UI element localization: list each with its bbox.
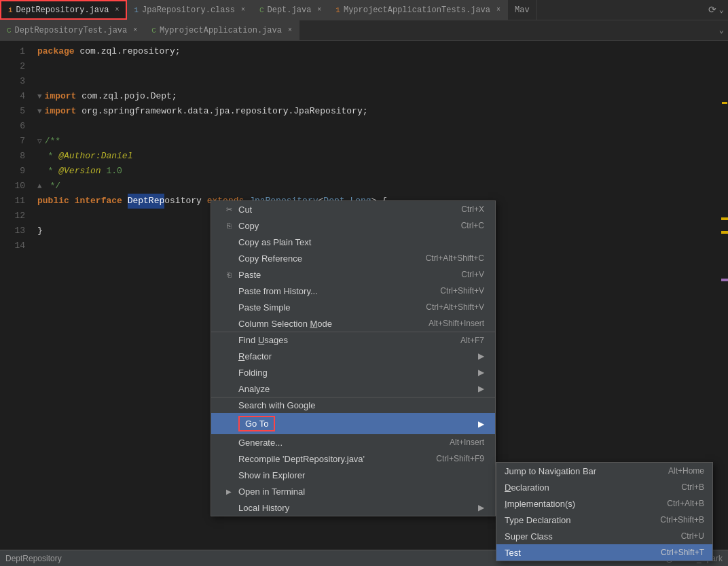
copy-plain-label: Copy as Plain Text xyxy=(238,237,464,247)
type-decl-shortcut: Ctrl+Shift+B xyxy=(660,515,704,525)
tab-dept[interactable]: C Dept.java × xyxy=(253,0,329,20)
menu-item-recompile[interactable]: Recompile 'DeptRepository.java' Ctrl+Shi… xyxy=(211,450,495,467)
submenu-super-class[interactable]: Super Class Ctrl+U xyxy=(496,528,712,544)
copy-shortcut: Ctrl+C xyxy=(461,221,484,230)
submenu-type-decl[interactable]: Type Declaration Ctrl+Shift+B xyxy=(496,512,712,528)
fold-line4[interactable]: ▼ xyxy=(37,89,42,104)
folding-label: Folding xyxy=(238,368,359,378)
refactor-label: Refactor xyxy=(238,351,359,361)
test-shortcut: Ctrl+Shift+T xyxy=(661,548,704,557)
tab-close-tests[interactable]: × xyxy=(496,6,500,14)
tab-bar-row2: C DeptRepositoryTest.java × C MyprojectA… xyxy=(0,20,728,41)
menu-item-folding[interactable]: Folding ▶ xyxy=(211,364,495,381)
tab-bar-row1: i DeptRepository.java × 1 JpaRepository.… xyxy=(0,0,728,20)
goto-label: Go To xyxy=(238,416,359,431)
menu-item-local-history[interactable]: Local History ▶ xyxy=(211,499,495,516)
refactor-arrow: ▶ xyxy=(478,351,484,361)
tab-label-dept-repository: DeptRepository.java xyxy=(16,5,109,15)
tab-dept-repo-test[interactable]: C DeptRepositoryTest.java × xyxy=(0,20,145,40)
fold-line10[interactable]: ▲ xyxy=(37,179,42,194)
expand-icon[interactable]: ⌄ xyxy=(719,5,724,15)
generate-shortcut: Alt+Insert xyxy=(450,438,484,447)
submenu-test[interactable]: Test Ctrl+Shift+T xyxy=(496,544,712,561)
menu-item-generate[interactable]: Generate... Alt+Insert xyxy=(211,434,495,450)
analyze-label: Analyze xyxy=(238,384,359,394)
tab-close-myproject-app[interactable]: × xyxy=(288,26,292,34)
menu-item-analyze[interactable]: Analyze ▶ xyxy=(211,381,495,397)
tab-close-jpa[interactable]: × xyxy=(241,6,245,14)
menu-item-copy-plain[interactable]: Copy as Plain Text xyxy=(211,234,495,250)
row2-expand-icon[interactable]: ⌄ xyxy=(719,25,724,35)
super-class-label: Super Class xyxy=(505,531,681,542)
declaration-label: Declaration xyxy=(505,482,681,493)
tab-icon-jpa: 1 xyxy=(134,6,139,14)
goto-arrow: ▶ xyxy=(478,419,484,429)
tab-label-myproject-app: MyprojectApplication.java xyxy=(160,26,282,35)
marker-3 xyxy=(721,279,728,281)
open-terminal-icon: ▶ xyxy=(222,488,236,495)
tab-label-jpa: JpaRepository.class xyxy=(142,5,235,15)
tab-close-dept-repo[interactable]: × xyxy=(115,6,119,14)
recompile-shortcut: Ctrl+Shift+F9 xyxy=(436,454,484,463)
copy-ref-shortcut: Ctrl+Alt+Shift+C xyxy=(426,253,484,263)
menu-item-show-explorer[interactable]: Show in Explorer xyxy=(211,467,495,483)
submenu-jump-nav[interactable]: Jump to Navigation Bar Alt+Home xyxy=(496,463,712,479)
test-label: Test xyxy=(505,548,661,558)
paste-history-label: Paste from History... xyxy=(238,286,420,296)
tab-myproject-app[interactable]: C MyprojectApplication.java × xyxy=(145,20,299,40)
tab-close-dept[interactable]: × xyxy=(317,6,321,14)
jump-nav-shortcut: Alt+Home xyxy=(668,466,704,476)
paste-icon: ⎗ xyxy=(222,270,236,279)
copy-label: Copy xyxy=(238,221,441,231)
editor-refresh-icon[interactable]: ⟳ xyxy=(708,4,716,16)
menu-item-paste-history[interactable]: Paste from History... Ctrl+Shift+V xyxy=(211,283,495,299)
goto-submenu: Jump to Navigation Bar Alt+Home Declarat… xyxy=(496,462,713,561)
cut-label: Cut xyxy=(238,205,441,215)
fold-line5[interactable]: ▼ xyxy=(37,104,42,119)
tab-mav[interactable]: Mav xyxy=(508,0,537,20)
menu-item-paste-simple[interactable]: Paste Simple Ctrl+Alt+Shift+V xyxy=(211,299,495,315)
menu-item-paste[interactable]: ⎗ Paste Ctrl+V xyxy=(211,266,495,283)
menu-item-search-google[interactable]: Search with Google xyxy=(211,397,495,413)
type-decl-label: Type Declaration xyxy=(505,515,660,525)
tab-icon-repo-test: C xyxy=(7,26,12,35)
status-filename: DeptRepository xyxy=(5,554,62,563)
tab-label-mav: Mav xyxy=(515,5,530,15)
code-line-4: ▼ import com.zql.pojo.Dept; xyxy=(37,89,728,104)
marker-1 xyxy=(721,217,728,220)
code-line-8: * @Author:Daniel xyxy=(37,149,728,164)
submenu-declaration[interactable]: Declaration Ctrl+B xyxy=(496,479,712,495)
submenu-implementations[interactable]: Implementation(s) Ctrl+Alt+B xyxy=(496,495,712,512)
menu-item-col-selection[interactable]: Column Selection Mode Alt+Shift+Insert xyxy=(211,315,495,332)
tab-close-repo-test[interactable]: × xyxy=(133,26,137,34)
menu-item-find-usages[interactable]: Find Usages Alt+F7 xyxy=(211,332,495,348)
paste-simple-shortcut: Ctrl+Alt+Shift+V xyxy=(426,302,484,312)
menu-item-goto[interactable]: Go To ▶ xyxy=(211,413,495,434)
search-google-label: Search with Google xyxy=(238,400,464,410)
generate-label: Generate... xyxy=(238,438,429,448)
menu-item-cut[interactable]: ✂ Cut Ctrl+X xyxy=(211,201,495,217)
menu-item-open-terminal[interactable]: ▶ Open in Terminal xyxy=(211,483,495,499)
analyze-arrow: ▶ xyxy=(478,384,484,393)
super-class-shortcut: Ctrl+U xyxy=(681,531,704,541)
tab-jpa-repository[interactable]: 1 JpaRepository.class × xyxy=(127,0,252,20)
tab-myproject-tests[interactable]: 1 MyprojectApplicationTests.java × xyxy=(329,0,508,20)
tab-dept-repository[interactable]: i DeptRepository.java × xyxy=(0,0,127,20)
show-explorer-label: Show in Explorer xyxy=(238,470,464,480)
menu-item-copy[interactable]: ⎘ Copy Ctrl+C xyxy=(211,217,495,234)
menu-item-copy-ref[interactable]: Copy Reference Ctrl+Alt+Shift+C xyxy=(211,250,495,266)
line-numbers: 1 2 3 4 5 6 7 8 9 10 11 12 13 14 xyxy=(0,41,31,566)
fold-line7[interactable]: ▽ xyxy=(37,134,42,149)
tab-icon-dept-repo: i xyxy=(8,6,13,14)
copy-ref-label: Copy Reference xyxy=(238,253,405,264)
declaration-shortcut: Ctrl+B xyxy=(681,482,704,492)
paste-history-shortcut: Ctrl+Shift+V xyxy=(440,286,484,296)
local-history-arrow: ▶ xyxy=(478,503,484,512)
recompile-label: Recompile 'DeptRepository.java' xyxy=(238,454,416,464)
tab-label-dept: Dept.java xyxy=(268,5,312,15)
code-line-3 xyxy=(37,74,728,89)
tab-label-repo-test: DeptRepositoryTest.java xyxy=(15,26,128,35)
paste-shortcut: Ctrl+V xyxy=(461,270,484,279)
implementations-label: Implementation(s) xyxy=(505,499,667,509)
menu-item-refactor[interactable]: Refactor ▶ xyxy=(211,348,495,364)
